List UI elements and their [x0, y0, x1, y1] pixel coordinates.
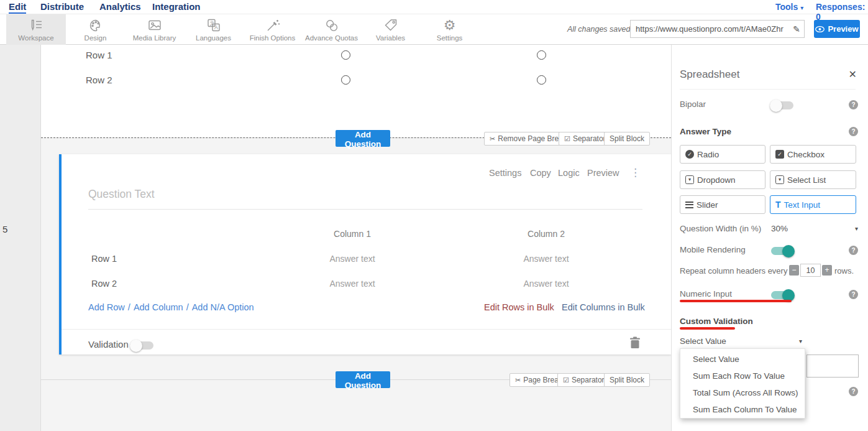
- toolbar-media-library[interactable]: Media Library: [125, 14, 184, 45]
- languages-label: Languages: [196, 34, 231, 42]
- workspace-label: Workspace: [18, 34, 53, 42]
- prev-row-2-label[interactable]: Row 2: [86, 75, 112, 85]
- validation-toggle[interactable]: [131, 341, 153, 350]
- repeat-headers-label: Repeat column headers every: [680, 266, 787, 276]
- separator-button-top[interactable]: ☑ Separator: [559, 132, 611, 146]
- answer-cell[interactable]: Answer text: [503, 254, 590, 264]
- row-1-label[interactable]: Row 1: [91, 254, 117, 264]
- minus-stepper-button[interactable]: −: [789, 265, 799, 276]
- menu-item-total-sum[interactable]: Total Sum (Across All Rows): [680, 384, 805, 401]
- divider: [62, 329, 671, 330]
- tools-menu[interactable]: Tools ▾: [775, 2, 803, 12]
- add-row-link[interactable]: Add Row: [88, 302, 125, 312]
- question-logic-link[interactable]: Logic: [558, 168, 580, 178]
- toolbar-design[interactable]: Design: [66, 14, 125, 45]
- nav-tab-analytics[interactable]: Analytics: [99, 1, 141, 12]
- finish-options-label: Finish Options: [250, 34, 296, 42]
- row-column-links: Add Row / Add Column / Add N/A Option: [88, 302, 254, 312]
- trash-icon[interactable]: [630, 336, 640, 351]
- question-width-label: Question Width (in %): [680, 224, 761, 233]
- answer-type-radio[interactable]: ✓ Radio: [680, 145, 765, 164]
- question-number: 5: [2, 224, 7, 234]
- toolbar-languages[interactable]: 文A Languages: [184, 14, 243, 45]
- plus-stepper-button[interactable]: +: [822, 265, 832, 276]
- answer-type-checkbox[interactable]: ✓ Checkbox: [770, 145, 856, 164]
- toolbar-settings[interactable]: ⚙ Settings: [420, 14, 479, 45]
- chevron-down-icon[interactable]: ▾: [799, 338, 802, 345]
- separator-button-bottom[interactable]: ☑ Separator: [557, 373, 610, 387]
- edit-rows-in-bulk-link[interactable]: Edit Rows in Bulk: [484, 302, 554, 312]
- validation-select-value[interactable]: Select Value: [680, 336, 726, 346]
- numeric-input-toggle[interactable]: [771, 291, 793, 299]
- autosave-status: All changes saved: [567, 25, 630, 34]
- edit-pencil-icon[interactable]: ✎: [789, 24, 804, 34]
- help-icon[interactable]: ?: [849, 387, 858, 396]
- design-label: Design: [85, 34, 107, 42]
- annotation-underline: [680, 327, 735, 330]
- help-icon[interactable]: ?: [849, 290, 858, 299]
- radio-button[interactable]: [341, 50, 350, 60]
- edit-columns-in-bulk-link[interactable]: Edit Columns in Bulk: [562, 302, 645, 312]
- answer-type-slider[interactable]: Slider: [680, 195, 765, 214]
- repeat-rows-input[interactable]: [800, 264, 821, 277]
- previous-question-block: Row 1 Row 2: [41, 45, 671, 137]
- question-copy-link[interactable]: Copy: [530, 168, 551, 178]
- split-block-button-top[interactable]: Split Block: [604, 132, 650, 146]
- page-break-icon: ✂: [515, 376, 521, 384]
- radio-button[interactable]: [537, 75, 546, 85]
- nav-tab-integration[interactable]: Integration: [152, 1, 201, 12]
- answer-cell[interactable]: Answer text: [503, 279, 590, 289]
- radio-button[interactable]: [341, 75, 350, 85]
- select-list-square-icon: ▾: [775, 175, 784, 184]
- help-icon[interactable]: ?: [849, 100, 858, 109]
- radio-button[interactable]: [537, 50, 546, 60]
- prev-row-1-label[interactable]: Row 1: [86, 50, 112, 60]
- row-2-label[interactable]: Row 2: [91, 279, 117, 289]
- question-width-value[interactable]: 30%: [771, 224, 788, 233]
- answer-type-text-input[interactable]: T Text Input: [770, 195, 856, 214]
- add-na-option-link[interactable]: Add N/A Option: [192, 302, 254, 312]
- nav-tab-distribute[interactable]: Distribute: [40, 1, 84, 12]
- validation-value-input[interactable]: [806, 355, 859, 378]
- question-settings-link[interactable]: Settings: [489, 168, 521, 178]
- menu-item-sum-each-column[interactable]: Sum Each Column To Value: [680, 401, 805, 418]
- variables-tag-icon: [383, 18, 398, 33]
- column-1-header[interactable]: Column 1: [309, 229, 396, 239]
- answer-cell[interactable]: Answer text: [309, 279, 396, 289]
- remove-page-break-label: Remove Page Break: [498, 134, 567, 143]
- toolbar-workspace-tab[interactable]: Workspace: [6, 14, 66, 45]
- answer-type-dropdown[interactable]: ▾ Dropdown: [680, 170, 765, 189]
- page-break-label: Page Break: [523, 376, 562, 384]
- responses-count[interactable]: Responses: 0: [816, 2, 868, 22]
- split-block-button-bottom[interactable]: Split Block: [604, 373, 650, 387]
- add-column-link[interactable]: Add Column: [134, 302, 183, 312]
- validation-label: Validation: [88, 339, 129, 350]
- settings-label: Settings: [437, 34, 463, 42]
- menu-item-select-value[interactable]: Select Value: [680, 351, 805, 368]
- menu-item-sum-each-row[interactable]: Sum Each Row To Value: [680, 368, 805, 384]
- tools-label: Tools: [775, 2, 798, 12]
- mobile-rendering-toggle[interactable]: [771, 247, 793, 255]
- kebab-menu-icon[interactable]: ⋮: [630, 166, 641, 178]
- column-2-header[interactable]: Column 2: [503, 229, 590, 239]
- close-icon[interactable]: ✕: [849, 68, 857, 80]
- question-text-input[interactable]: Question Text: [88, 188, 155, 201]
- survey-url-input[interactable]: [631, 24, 789, 34]
- add-question-button-bottom[interactable]: Add Question: [336, 371, 390, 388]
- bipolar-toggle[interactable]: [771, 101, 793, 109]
- add-question-button-top[interactable]: Add Question: [336, 130, 390, 147]
- active-question-block: Settings Copy Logic Preview ⋮ Question T…: [59, 154, 671, 355]
- link-separator: /: [128, 302, 130, 312]
- chevron-down-icon[interactable]: ▾: [855, 225, 858, 232]
- preview-button[interactable]: Preview: [814, 20, 860, 38]
- answer-type-select-list[interactable]: ▾ Select List: [770, 170, 856, 189]
- toolbar-advance-quotas[interactable]: Advance Quotas: [302, 14, 361, 45]
- question-preview-link[interactable]: Preview: [587, 168, 619, 178]
- help-icon[interactable]: ?: [849, 246, 858, 255]
- nav-tab-edit[interactable]: Edit: [9, 1, 26, 14]
- answer-cell[interactable]: Answer text: [309, 254, 396, 264]
- toolbar-finish-options[interactable]: Finish Options: [243, 14, 302, 45]
- help-icon[interactable]: ?: [849, 127, 858, 136]
- toolbar-variables[interactable]: Variables: [361, 14, 420, 45]
- dropdown-square-icon: ▾: [685, 175, 694, 184]
